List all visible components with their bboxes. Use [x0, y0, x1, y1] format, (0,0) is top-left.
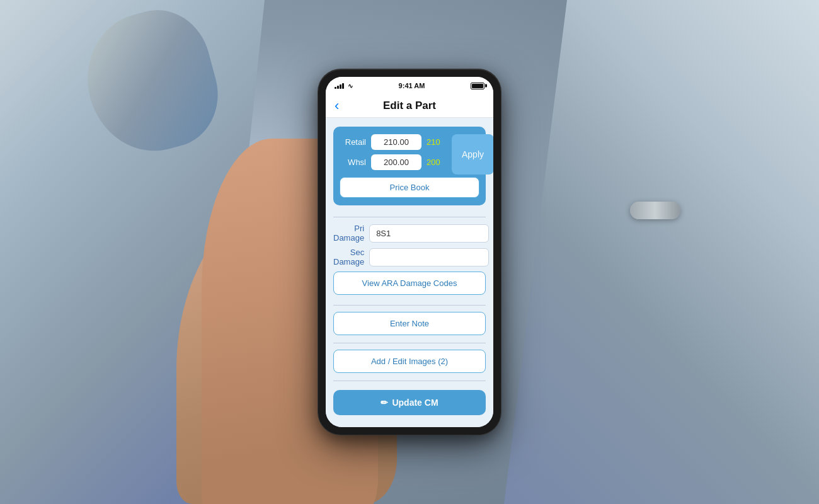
signal-bars	[335, 83, 344, 89]
sec-damage-input[interactable]	[369, 248, 489, 266]
wifi-icon: ∿	[348, 83, 353, 89]
phone-device: ∿ 9:41 AM ‹ Edit a Part	[318, 69, 501, 435]
content-area: Retail 210 Whsl 200 Apply P	[326, 118, 493, 427]
divider-2	[333, 305, 486, 306]
battery-icon	[471, 83, 484, 89]
retail-label: Retail	[340, 137, 366, 147]
divider-1	[333, 217, 486, 217]
bg-door-handle	[630, 202, 680, 219]
sec-damage-label: Sec Damage	[333, 248, 364, 266]
wholesale-display: 200	[427, 158, 445, 167]
battery-fill	[472, 84, 483, 88]
pri-damage-input[interactable]	[369, 224, 489, 243]
retail-input[interactable]	[371, 134, 421, 150]
apply-button[interactable]: Apply	[452, 134, 493, 175]
wholesale-input[interactable]	[371, 154, 421, 170]
page-title: Edit a Part	[383, 100, 436, 112]
wholesale-label: Whsl	[340, 158, 366, 167]
price-book-button[interactable]: Price Book	[340, 177, 479, 198]
pri-damage-row: Pri Damage	[333, 224, 486, 243]
divider-4	[333, 381, 486, 381]
status-time: 9:41 AM	[399, 82, 425, 89]
pri-damage-label: Pri Damage	[333, 224, 364, 243]
signal-bar-1	[335, 87, 336, 89]
signal-bar-3	[340, 84, 341, 89]
back-button[interactable]: ‹	[335, 99, 339, 113]
nav-bar: ‹ Edit a Part	[326, 94, 493, 118]
view-ara-button[interactable]: View ARA Damage Codes	[333, 272, 486, 295]
price-section: Retail 210 Whsl 200 Apply P	[333, 127, 486, 205]
retail-display: 210	[427, 137, 445, 147]
status-left: ∿	[335, 83, 353, 89]
status-bar: ∿ 9:41 AM	[326, 77, 493, 94]
phone-wrapper: ∿ 9:41 AM ‹ Edit a Part	[318, 69, 501, 435]
divider-3	[333, 343, 486, 343]
add-edit-images-button[interactable]: Add / Edit Images (2)	[333, 350, 486, 373]
signal-bar-4	[342, 83, 344, 89]
price-rows-group: Retail 210 Whsl 200 Apply	[340, 134, 479, 175]
update-cm-button[interactable]: ✏ Update CM	[333, 390, 486, 415]
retail-row: Retail 210	[340, 134, 445, 150]
enter-note-button[interactable]: Enter Note	[333, 312, 486, 335]
damage-section: Pri Damage Sec Damage View ARA Damage Co…	[333, 224, 486, 296]
signal-bar-2	[337, 86, 339, 89]
update-cm-label: Update CM	[392, 398, 438, 408]
status-right	[471, 83, 484, 89]
price-fields: Retail 210 Whsl 200	[340, 134, 445, 175]
phone-screen: ∿ 9:41 AM ‹ Edit a Part	[326, 77, 493, 427]
pencil-icon: ✏	[381, 398, 388, 408]
wholesale-row: Whsl 200	[340, 154, 445, 170]
sec-damage-row: Sec Damage	[333, 248, 486, 266]
